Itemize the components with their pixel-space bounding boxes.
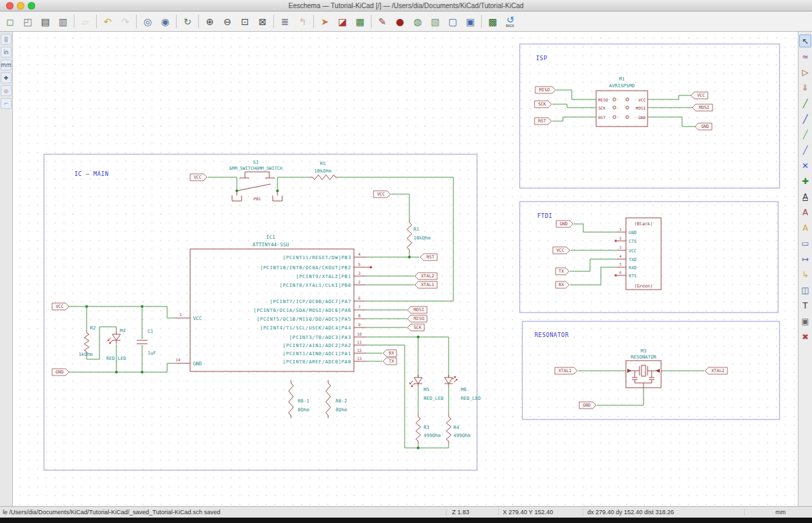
schematic-text[interactable]: 1kOhm <box>78 352 93 357</box>
schematic-text[interactable]: [PCINT3/T0/ADC3]PA3 <box>290 335 351 340</box>
schematic-text[interactable]: 3 <box>619 246 621 250</box>
schematic-text[interactable]: M1 <box>619 76 625 82</box>
schematic-text[interactable]: [PCINT5/OC1B/MISO/DO/ADC5]PA5 <box>256 317 351 322</box>
zoom-in-button[interactable]: ⊕ <box>201 13 219 30</box>
wire[interactable] <box>570 267 617 285</box>
generate-bom-button[interactable]: ▧ <box>426 13 444 30</box>
back-annotate-button[interactable]: ↺BACK <box>501 13 519 30</box>
schematic-text[interactable]: [PCINT2/AIN1/ADC2]PA2 <box>283 343 351 348</box>
wire[interactable] <box>597 388 644 405</box>
wire[interactable] <box>69 306 175 318</box>
symbol-graphic[interactable] <box>245 172 269 178</box>
schematic-text[interactable]: R3 <box>424 425 429 430</box>
place-image-button[interactable]: ▣ <box>799 315 811 327</box>
zoom-window-button[interactable] <box>28 2 35 9</box>
resistor-R5[interactable] <box>310 175 338 180</box>
find-button[interactable]: ◎ <box>139 13 156 30</box>
hv-wire-mode-button[interactable]: ⌐ <box>1 98 12 109</box>
schematic-text[interactable]: M5 <box>424 387 429 392</box>
schematic-text[interactable]: RXD <box>629 265 637 271</box>
sheet-outline-ftdi[interactable] <box>520 202 778 313</box>
symbol-graphic[interactable] <box>232 196 242 201</box>
schematic-text[interactable]: (Green) <box>634 283 652 289</box>
place-net-label-button[interactable]: A <box>799 190 811 203</box>
schematic-text[interactable]: 10kOhm <box>314 168 331 174</box>
schematic-text[interactable]: SCK <box>598 106 606 110</box>
schematic-text[interactable]: VCC <box>193 315 202 321</box>
place-global-label-button[interactable]: A <box>799 206 811 219</box>
led-M4[interactable] <box>112 334 120 340</box>
led-M6[interactable] <box>445 378 453 384</box>
schematic-text[interactable]: TXD <box>629 257 637 263</box>
schematic-text[interactable]: [PCINT9/XTAL2]PB1 <box>296 274 351 279</box>
schematic-text[interactable]: [PCINT0/AREF/ADC0]PA0 <box>283 359 351 365</box>
schematic-text[interactable]: 5 <box>358 262 361 267</box>
schematic-text[interactable]: VCC <box>638 97 646 102</box>
component-body[interactable] <box>641 365 646 376</box>
page-settings-button[interactable]: ▥ <box>54 13 72 30</box>
schematic-text[interactable]: S1 <box>253 160 258 165</box>
place-hierarchical-sheet-button[interactable]: ▭ <box>799 237 811 250</box>
schematic-text[interactable]: 499Ohm <box>453 433 470 438</box>
wire[interactable] <box>208 177 237 191</box>
plot-to-clipboard-button[interactable]: ▣ <box>461 13 479 30</box>
schematic-text[interactable]: 13 <box>357 356 362 361</box>
place-wire-button[interactable]: ╱ <box>799 97 811 110</box>
wire[interactable] <box>574 224 617 232</box>
schematic-text[interactable]: 1 <box>179 312 182 317</box>
find-replace-button[interactable]: ◉ <box>156 13 174 30</box>
schematic-text[interactable]: GND <box>638 115 646 120</box>
erc-bug-button[interactable]: ● <box>391 13 409 30</box>
schematic-canvas[interactable]: IC — MAINISPFTDIRESONATORVCCVCCVCCGNDRST… <box>13 32 798 506</box>
wire[interactable] <box>277 177 310 191</box>
schematic-text[interactable]: IC1 <box>266 234 275 240</box>
place-junction-button[interactable]: ✚ <box>799 175 811 187</box>
resistor-R2[interactable] <box>85 330 89 355</box>
schematic-text[interactable]: RED_LED <box>424 396 444 401</box>
schematic-text[interactable]: 7 <box>358 304 361 309</box>
place-component-button[interactable]: ▷ <box>799 66 811 78</box>
place-bus-button[interactable]: ╱ <box>799 112 811 125</box>
schematic-text[interactable]: [PCINT10/INT0/OC0A/CKOUT]PB2 <box>260 265 351 271</box>
delete-item-button[interactable]: ✖ <box>799 330 811 343</box>
resistor-R0-2[interactable] <box>326 380 331 418</box>
bus-to-bus-entry-button[interactable]: ╱ <box>799 143 811 156</box>
place-no-connect-button[interactable]: ✕ <box>799 159 811 172</box>
wire[interactable] <box>648 95 691 99</box>
schematic-text[interactable]: 6 <box>358 296 361 300</box>
schematic-text[interactable]: 14 <box>175 357 181 362</box>
undo-button[interactable]: ↶ <box>99 13 116 30</box>
refresh-view-button[interactable]: ↻ <box>179 13 196 30</box>
led-M5[interactable] <box>414 378 422 384</box>
wire[interactable] <box>552 104 596 108</box>
minimize-window-button[interactable] <box>17 2 24 9</box>
schematic-text[interactable]: M3 <box>641 348 646 354</box>
schematic-text[interactable]: R2 <box>90 325 95 331</box>
schematic-text[interactable]: [PCINT7/ICP/OC0B/ADC7]PA7 <box>270 299 351 304</box>
navigate-hierarchy-button[interactable]: ≣ <box>276 13 294 30</box>
wire[interactable] <box>338 177 453 301</box>
wire[interactable] <box>69 363 175 372</box>
toggle-grid-button[interactable]: ⣿ <box>1 34 12 45</box>
resistor-R4[interactable] <box>447 414 451 444</box>
schematic-text[interactable]: RTS <box>629 273 637 279</box>
schematic-text[interactable]: AVRISPSMD <box>609 83 635 89</box>
sheet-label-main[interactable]: IC — MAIN <box>74 170 109 177</box>
schematic-text[interactable]: M6 <box>461 387 466 392</box>
schematic-text[interactable]: 6MM_SWITCH6MM_SWITCH <box>229 166 282 171</box>
schematic-text[interactable]: 5 <box>619 263 621 267</box>
import-sheet-pin-button[interactable]: ↦ <box>799 252 811 265</box>
schematic-text[interactable]: 4 <box>358 252 361 256</box>
cursor-shape-button[interactable]: ✚ <box>1 72 12 83</box>
schematic-text[interactable]: 12 <box>357 348 362 353</box>
symbol-graphic[interactable] <box>273 196 282 201</box>
annotate-schematic-button[interactable]: ➤ <box>316 13 334 30</box>
sheet-label-ftdi[interactable]: FTDI <box>537 212 552 219</box>
schematic-text[interactable]: [PCINT6/OC1A/SDA/MOSI/ADC6]PA6 <box>254 308 351 313</box>
schematic-text[interactable]: [PCINT11/RESET/DW]PB3 <box>283 255 351 260</box>
schematic-text[interactable]: R1 <box>413 227 419 232</box>
schematic-text[interactable]: 499Ohm <box>424 433 441 438</box>
units-mm-button[interactable]: mm <box>1 60 12 70</box>
symbol-graphic[interactable] <box>237 184 271 191</box>
schematic-text[interactable]: (Black) <box>634 221 652 227</box>
